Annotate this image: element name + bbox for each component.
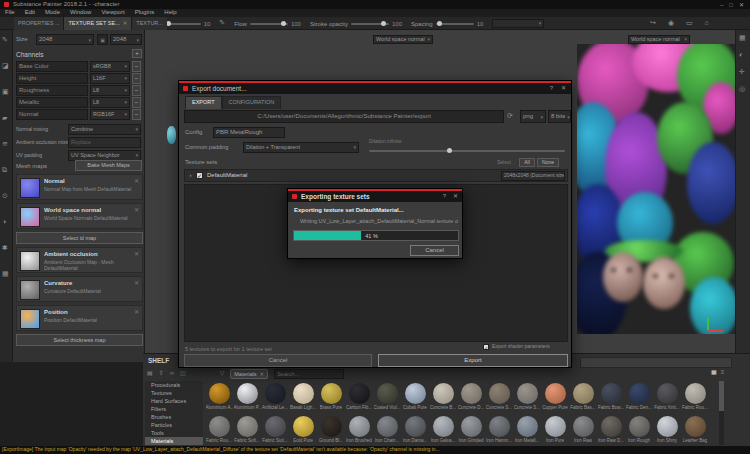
- list-view-icon[interactable]: ≡: [721, 369, 725, 376]
- material-item[interactable]: Basalt Ligh...: [289, 381, 317, 414]
- material-sphere-icon[interactable]: ◐: [739, 51, 743, 59]
- material-item[interactable]: Carbon Fib...: [345, 381, 373, 414]
- material-item[interactable]: Concrete B...: [429, 381, 457, 414]
- material-item[interactable]: Iron Grinded: [457, 414, 485, 447]
- material-item[interactable]: Iron Brushed: [345, 414, 373, 447]
- pencil-icon[interactable]: ✎: [219, 19, 225, 27]
- material-item[interactable]: Brass Pure: [317, 381, 345, 414]
- lock-icon[interactable]: ▣: [97, 34, 108, 45]
- material-item[interactable]: Iron Chain...: [373, 414, 401, 447]
- material-item[interactable]: Fabric Rou...: [681, 381, 709, 414]
- tab-properties[interactable]: PROPERTIES ...: [14, 17, 64, 30]
- tab-texture[interactable]: TEXTUR...: [132, 17, 167, 30]
- material-item[interactable]: Gold Pure: [289, 414, 317, 447]
- dilation-slider-handle[interactable]: [447, 148, 452, 153]
- shelf-category-textures[interactable]: Textures: [145, 389, 203, 397]
- close-button[interactable]: ✕: [739, 1, 744, 8]
- shader-dropdown-2d[interactable]: World space normal▾: [628, 35, 690, 44]
- bit-depth-dropdown[interactable]: 8 bits▾: [548, 110, 571, 123]
- slider-handle[interactable]: [437, 21, 442, 26]
- setting-dropdown-normal-mixing[interactable]: Combine▾: [68, 124, 141, 135]
- filter-icon[interactable]: ▽: [220, 370, 225, 377]
- dialog-close-icon[interactable]: ✕: [453, 193, 458, 200]
- texture-set-checkbox[interactable]: ✓: [196, 172, 203, 179]
- expander-icon[interactable]: ›: [185, 172, 196, 179]
- polygon-fill-icon[interactable]: ▰: [2, 114, 7, 122]
- slider-handle[interactable]: [281, 21, 286, 26]
- channel-name-field[interactable]: Roughness: [16, 85, 88, 96]
- menu-edit[interactable]: Edit: [20, 9, 40, 16]
- toolbar-slider-spacing[interactable]: Spacing10: [411, 21, 483, 27]
- material-item[interactable]: Fabric Bas...: [569, 381, 597, 414]
- 2d-texture-view[interactable]: [577, 44, 735, 334]
- menu-viewport[interactable]: Viewport: [96, 9, 129, 16]
- shelf-category-filters[interactable]: Filters: [145, 405, 203, 413]
- size-height-dropdown[interactable]: 2048▾: [110, 34, 142, 45]
- channel-name-field[interactable]: Base Color: [16, 61, 88, 72]
- minimize-button[interactable]: –: [720, 2, 723, 8]
- material-item[interactable]: Iron Rough: [625, 414, 653, 447]
- texture-set-size-dropdown[interactable]: 2048x2048 (Document size)▾: [501, 171, 565, 181]
- channel-format-dropdown[interactable]: sRGB8▾: [90, 61, 130, 72]
- channel-format-dropdown[interactable]: L8▾: [90, 97, 130, 108]
- channel-name-field[interactable]: Height: [16, 73, 88, 84]
- mesh-map-curvature[interactable]: CurvatureCurvature DefaultMaterial✕: [16, 276, 143, 302]
- mesh-map-normal[interactable]: NormalNormal Map from Mesh DefaultMateri…: [16, 174, 143, 200]
- material-item[interactable]: Fabric Knit...: [653, 381, 681, 414]
- material-item[interactable]: Iron Galva...: [429, 414, 457, 447]
- shelf-category-tools[interactable]: Tools: [145, 429, 203, 437]
- export-path-field[interactable]: C:/Users/user/Documents/Allegorithmic/Su…: [184, 110, 504, 123]
- select-map-button[interactable]: Select id map: [16, 232, 143, 244]
- target-icon[interactable]: ◎: [739, 85, 745, 93]
- bake-mesh-maps-button[interactable]: Bake Mesh Maps: [75, 160, 142, 171]
- home-icon[interactable]: ⌂: [705, 19, 709, 27]
- material-item[interactable]: Concrete S...: [513, 381, 541, 414]
- map-close-icon[interactable]: ✕: [134, 308, 139, 315]
- clone-icon[interactable]: ⧉: [2, 166, 7, 174]
- select-map-button[interactable]: Select thickness map: [16, 334, 143, 346]
- toolbar-slider-flow[interactable]: Flow100: [234, 21, 301, 27]
- dialog-close-icon[interactable]: ✕: [561, 85, 566, 92]
- material-item[interactable]: Aluminium A...: [205, 381, 233, 414]
- effects-icon[interactable]: ✱: [2, 244, 8, 252]
- material-picker-icon[interactable]: ⊙: [2, 192, 8, 200]
- remove-channel-button[interactable]: –: [132, 97, 141, 108]
- tab-export[interactable]: EXPORT: [185, 96, 222, 109]
- channel-name-field[interactable]: Metallic: [16, 97, 88, 108]
- info-icon[interactable]: ◉: [668, 19, 674, 27]
- material-item[interactable]: Iron Dama...: [401, 414, 429, 447]
- slider-handle[interactable]: [166, 21, 171, 26]
- material-item[interactable]: Concrete D...: [457, 381, 485, 414]
- menu-plugins[interactable]: Plugins: [130, 9, 160, 16]
- material-item[interactable]: Fabric Bow...: [597, 381, 625, 414]
- export-confirm-button[interactable]: Export: [378, 354, 568, 367]
- eraser-icon[interactable]: ◪: [2, 62, 9, 70]
- padding-dropdown[interactable]: Dilation + Transparent▾: [243, 142, 359, 153]
- link-icon[interactable]: ∞: [170, 370, 174, 377]
- folder-icon[interactable]: ▤: [147, 370, 153, 377]
- map-close-icon[interactable]: ✕: [134, 279, 139, 286]
- mesh-map-ambient-occlusion[interactable]: Ambient occlusionAmbient Occlusion Map -…: [16, 247, 143, 273]
- remove-channel-button[interactable]: –: [132, 73, 141, 84]
- config-value[interactable]: PBR MetalRough: [213, 127, 285, 138]
- material-item[interactable]: Fabric Den...: [625, 381, 653, 414]
- select-none-button[interactable]: None: [537, 158, 559, 167]
- menu-file[interactable]: File: [0, 9, 20, 16]
- mesh-map-position[interactable]: PositionPosition DefaultMaterial✕: [16, 305, 143, 331]
- refresh-icon[interactable]: ⟳: [507, 112, 513, 120]
- material-item[interactable]: Fabric Suit...: [261, 414, 289, 447]
- menu-help[interactable]: Help: [159, 9, 181, 16]
- grid-icon[interactable]: ▦: [2, 270, 9, 278]
- map-close-icon[interactable]: ✕: [134, 177, 139, 184]
- slider-track[interactable]: [436, 23, 474, 25]
- shelf-category-hard-surfaces[interactable]: Hard Surfaces: [145, 397, 203, 405]
- export-cancel-button[interactable]: Cancel: [184, 354, 372, 367]
- dilation-slider[interactable]: [369, 150, 565, 152]
- toolbar-slider-stroke-opacity[interactable]: Stroke opacity100: [310, 21, 402, 27]
- projection-icon[interactable]: ▣: [2, 88, 9, 96]
- remove-channel-button[interactable]: –: [132, 109, 141, 120]
- material-item[interactable]: Iron Raw: [569, 414, 597, 447]
- material-item[interactable]: Iron Metall...: [513, 414, 541, 447]
- format-dropdown[interactable]: png▾: [520, 110, 546, 123]
- shelf-path-bar[interactable]: [580, 357, 732, 368]
